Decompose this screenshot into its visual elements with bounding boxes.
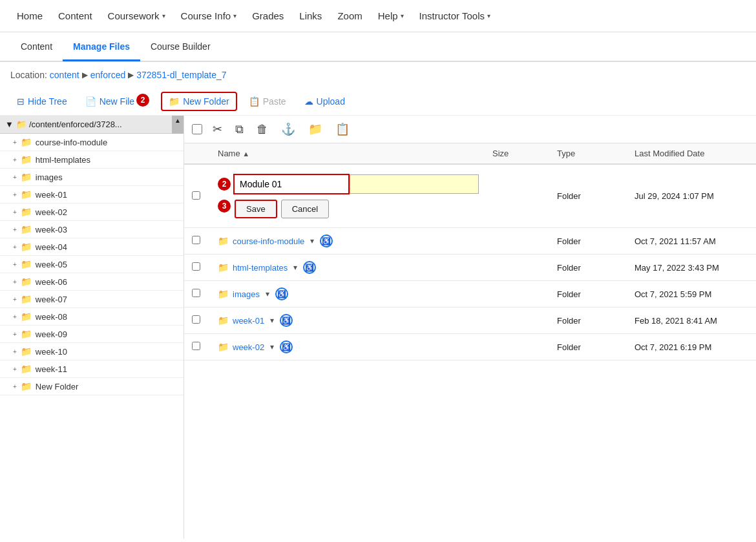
folder-icon: 📁 <box>21 154 32 165</box>
row-chevron-button[interactable]: ▾ <box>264 289 271 298</box>
table-row: 📁 week-01 ▾ ♿ Folder Feb 18, 2021 8:41 A… <box>184 307 756 334</box>
sort-icon: ▲ <box>242 150 249 158</box>
new-folder-save-button[interactable]: Save <box>235 200 277 218</box>
new-folder-cancel-button[interactable]: Cancel <box>281 200 329 218</box>
folder-link[interactable]: week-02 <box>233 342 264 352</box>
folder-link-row: 📁 images ▾ ♿ <box>218 287 477 300</box>
breadcrumb: Location: content ▶ enforced ▶ 372851-dl… <box>0 62 756 88</box>
row-chevron-button[interactable]: ▾ <box>268 342 276 351</box>
sidebar-item-new-folder[interactable]: + 📁 New Folder <box>0 378 184 395</box>
folder-icon: 📁 <box>218 236 229 246</box>
hide-tree-button[interactable]: ⊟ Hide Tree <box>10 93 74 110</box>
row-size-cell <box>485 281 549 307</box>
tab-course-builder[interactable]: Course Builder <box>140 34 221 61</box>
sidebar-item-week-09[interactable]: + 📁 week-09 <box>0 326 184 343</box>
file-area: ✂ ⧉ 🗑 ⚓ 📁 📋 Name ▲ Size Type Last Modifi… <box>184 116 756 539</box>
row-checkbox[interactable] <box>192 315 200 324</box>
row-chevron-button[interactable]: ▾ <box>291 263 299 272</box>
row-checkbox[interactable] <box>192 262 200 271</box>
new-file-button[interactable]: 📄 New File 2 <box>79 92 156 111</box>
new-folder-button[interactable]: 📁 New Folder <box>161 92 237 111</box>
row-size-cell <box>485 334 549 360</box>
sidebar-item-week-03[interactable]: + 📁 week-03 <box>0 221 184 238</box>
link-button[interactable]: ⚓ <box>278 121 298 138</box>
sidebar-root-item[interactable]: ▼ 📁 /content/enforced/3728... <box>0 116 172 134</box>
new-folder-extra-input[interactable] <box>350 174 479 194</box>
nav-zoom[interactable]: Zoom <box>331 5 368 26</box>
sidebar-item-week-08[interactable]: + 📁 week-08 <box>0 308 184 326</box>
sidebar-item-week-05[interactable]: + 📁 week-05 <box>0 256 184 273</box>
sidebar-item-week-11[interactable]: + 📁 week-11 <box>0 360 184 378</box>
nav-content[interactable]: Content <box>52 5 99 26</box>
folder-link[interactable]: course-info-module <box>233 236 304 246</box>
delete-button[interactable]: 🗑 <box>254 121 271 138</box>
row-modified-cell: May 17, 2022 3:43 PM <box>627 255 756 281</box>
row-type-cell: Folder <box>549 334 627 360</box>
sidebar-item-week-02[interactable]: + 📁 week-02 <box>0 203 184 221</box>
paste-button[interactable]: 📋 Paste <box>242 93 293 110</box>
accessibility-icon[interactable]: ♿ <box>303 261 316 274</box>
row-chevron-button[interactable]: ▾ <box>308 236 316 245</box>
col-size[interactable]: Size <box>485 143 549 164</box>
table-row: 📁 week-02 ▾ ♿ Folder Oct 7, 2021 6:19 PM <box>184 334 756 360</box>
accessibility-icon[interactable]: ♿ <box>275 287 288 300</box>
accessibility-icon[interactable]: ♿ <box>280 340 293 353</box>
row-chevron-button[interactable]: ▾ <box>268 316 276 325</box>
folder-button[interactable]: 📁 <box>306 121 325 138</box>
sidebar-item-images[interactable]: + 📁 images <box>0 169 184 186</box>
select-all-checkbox[interactable] <box>192 124 202 134</box>
col-name[interactable]: Name ▲ <box>210 143 485 164</box>
accessibility-icon[interactable]: ♿ <box>280 314 293 327</box>
nav-home[interactable]: Home <box>10 5 49 26</box>
expand-icon: + <box>13 174 17 181</box>
tab-content[interactable]: Content <box>10 34 63 61</box>
sidebar-item-label: week-01 <box>36 190 67 200</box>
nav-help[interactable]: Help ▾ <box>372 5 410 26</box>
sidebar-item-html-templates[interactable]: + 📁 html-templates <box>0 151 184 169</box>
row-checkbox-cell <box>184 228 210 255</box>
new-folder-checkbox[interactable] <box>192 191 200 200</box>
nav-grades[interactable]: Grades <box>246 5 290 26</box>
nav-coursework[interactable]: Coursework ▾ <box>101 5 172 26</box>
breadcrumb-folder[interactable]: 372851-dl_template_7 <box>136 70 226 80</box>
expand-icon: + <box>13 244 17 251</box>
main-toolbar: ⊟ Hide Tree 📄 New File 2 📁 New Folder 📋 … <box>0 88 756 116</box>
row-checkbox[interactable] <box>192 342 200 350</box>
folder-link[interactable]: html-templates <box>233 263 288 273</box>
breadcrumb-enforced[interactable]: enforced <box>90 70 125 80</box>
expand-icon: + <box>13 313 17 320</box>
folder-link[interactable]: images <box>233 289 260 299</box>
folder-link[interactable]: week-01 <box>233 316 264 326</box>
row-checkbox-cell <box>184 281 210 307</box>
sidebar-item-week-06[interactable]: + 📁 week-06 <box>0 273 184 291</box>
sidebar-item-label: week-06 <box>36 277 67 287</box>
nav-course-info[interactable]: Course Info ▾ <box>174 5 244 26</box>
copy-button[interactable]: ⧉ <box>233 121 246 138</box>
sidebar-item-course-info-module[interactable]: + 📁 course-info-module <box>0 134 184 151</box>
sidebar-item-label: week-04 <box>36 242 67 252</box>
expand-icon: + <box>13 191 17 198</box>
accessibility-icon[interactable]: ♿ <box>320 235 333 247</box>
col-type[interactable]: Type <box>549 143 627 164</box>
col-modified[interactable]: Last Modified Date <box>627 143 756 164</box>
row-checkbox[interactable] <box>192 236 200 244</box>
cut-button[interactable]: ✂ <box>210 121 225 138</box>
upload-button[interactable]: ☁ Upload <box>298 93 352 110</box>
new-folder-name-input[interactable] <box>233 174 350 194</box>
sidebar-item-week-01[interactable]: + 📁 week-01 <box>0 186 184 203</box>
nav-links[interactable]: Links <box>293 5 328 26</box>
sidebar-item-week-04[interactable]: + 📁 week-04 <box>0 238 184 256</box>
row-size-cell <box>485 228 549 255</box>
more-button[interactable]: 📋 <box>333 121 352 138</box>
row-checkbox[interactable] <box>192 289 200 297</box>
breadcrumb-content[interactable]: content <box>50 70 79 80</box>
nav-instructor-tools[interactable]: Instructor Tools ▾ <box>413 5 497 26</box>
file-icon-toolbar: ✂ ⧉ 🗑 ⚓ 📁 📋 <box>184 116 756 143</box>
folder-icon: 📁 <box>21 172 32 182</box>
tab-manage-files[interactable]: Manage Files <box>63 34 140 61</box>
new-folder-checkbox-cell <box>184 164 210 228</box>
row-name-cell: 📁 html-templates ▾ ♿ <box>210 255 485 281</box>
sidebar-scroll-up[interactable]: ▲ <box>172 116 184 134</box>
sidebar-item-week-07[interactable]: + 📁 week-07 <box>0 291 184 308</box>
sidebar-item-week-10[interactable]: + 📁 week-10 <box>0 343 184 360</box>
